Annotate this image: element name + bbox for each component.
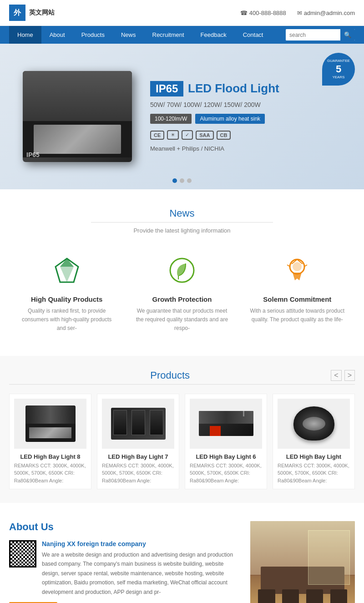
product-name-3: LED High Bay Light 6 (190, 453, 262, 460)
nav-home[interactable]: Home (9, 26, 41, 44)
hero-dots (172, 178, 192, 183)
product-card-3[interactable]: LED High Bay Light 6 REMARKS CCT: 3000K,… (185, 394, 267, 490)
product-card-2[interactable]: LED High Bay Light 7 REMARKS CCT: 3000K,… (97, 394, 179, 490)
leaf-icon (164, 252, 200, 289)
products-section: Products < > LED High Bay Light 8 REMARK… (0, 356, 364, 503)
email-contact: ✉ admin@admin.com (297, 10, 355, 16)
news-card-growth: Growth Protection We guarantee that our … (129, 248, 235, 338)
phone-icon: ☎ (240, 10, 248, 16)
phone-contact: ☎ 400-888-8888 (240, 10, 286, 16)
news-card-quality: High Quality Products Quality is ranked … (14, 248, 120, 338)
search-input[interactable] (286, 30, 340, 41)
nav-about[interactable]: About (41, 26, 73, 44)
news-card-text-3: With a serious attitude towards product … (249, 307, 346, 324)
news-section: News Provide the latest lighting informa… (0, 189, 364, 356)
about-left: About Us Nanjing XX foreign trade compan… (9, 521, 237, 603)
logo[interactable]: 外 英文网站 (9, 5, 55, 21)
guarantee-years: 5 (336, 63, 341, 75)
nav-links: Home About Products News Recruitment Fee… (9, 26, 271, 44)
hero-title: LED Flood Light (188, 81, 279, 95)
nav-products[interactable]: Products (73, 26, 113, 44)
nav-recruitment[interactable]: Recruitment (144, 26, 192, 44)
logo-box: 外 (9, 5, 25, 21)
news-title: News (14, 208, 350, 219)
hero-tag-heatsink: Aluminum alloy heat sink (195, 114, 265, 124)
email-address: admin@admin.com (304, 10, 355, 16)
products-title: Products (150, 370, 190, 381)
nav-search-box: 🔍 (286, 29, 355, 41)
news-card-title-1: High Quality Products (18, 295, 115, 303)
about-title: About Us (9, 521, 237, 533)
hero-watts: 50W/ 70W/ 100W/ 120W/ 150W/ 200W (150, 101, 350, 108)
news-card-text-2: We guarantee that our products meet the … (133, 307, 230, 333)
hero-banner: IP65 IP65 LED Flood Light 50W/ 70W/ 100W… (0, 44, 364, 189)
news-card-text-1: Quality is ranked first, to provide cons… (18, 307, 115, 333)
product-image-3 (190, 399, 262, 449)
news-card-title-2: Growth Protection (133, 295, 230, 303)
about-text: We are a website design and production a… (42, 550, 237, 597)
nav-feedback[interactable]: Feedback (192, 26, 235, 44)
svg-point-6 (293, 262, 302, 271)
product-card-1[interactable]: LED High Bay Light 8 REMARKS CCT: 3000K,… (9, 394, 91, 490)
news-card-commitment: Solemn Commitment With a serious attitud… (244, 248, 350, 338)
hero-certifications: CE ☀ ✓ SAA CB (150, 130, 350, 140)
email-icon: ✉ (297, 10, 302, 16)
hero-tags: 100-120lm/W Aluminum alloy heat sink (150, 114, 350, 124)
logo-text: 英文网站 (29, 9, 55, 17)
product-desc-2: REMARKS CCT: 3000K, 4000K, 5000K, 5700K,… (102, 462, 174, 485)
phone-number: 400-888-8888 (249, 10, 286, 16)
product-card-4[interactable]: LED High Bay Light REMARKS CCT: 3000K, 4… (273, 394, 355, 490)
hero-brand: Meanwell + Philips / NICHIA (150, 145, 350, 152)
nav-contact[interactable]: Contact (235, 26, 272, 44)
product-name-1: LED High Bay Light 8 (14, 453, 86, 460)
product-image-2 (102, 399, 174, 449)
nav-news[interactable]: News (113, 26, 144, 44)
dot-2[interactable] (180, 178, 184, 183)
product-desc-3: REMARKS CCT: 3000K, 4000K, 5000K, 5700K,… (190, 462, 262, 485)
header: 外 英文网站 ☎ 400-888-8888 ✉ admin@admin.com (0, 0, 364, 26)
about-image (250, 521, 355, 603)
product-name-4: LED High Bay Light (278, 453, 350, 460)
products-next[interactable]: > (344, 370, 355, 381)
news-cards: High Quality Products Quality is ranked … (14, 248, 350, 338)
product-desc-1: REMARKS CCT: 3000K, 4000K, 5000K, 5700K,… (14, 462, 86, 485)
products-prev[interactable]: < (331, 370, 341, 381)
products-nav: < > (331, 370, 355, 381)
about-section: About Us Nanjing XX foreign trade compan… (0, 503, 364, 603)
ip65-badge: IP65 (150, 81, 183, 96)
product-image-4 (278, 399, 350, 449)
hero-product-image: IP65 (0, 44, 146, 189)
product-name-2: LED High Bay Light 7 (102, 453, 174, 460)
news-subtitle: Provide the latest lighting information (14, 227, 350, 234)
dot-1[interactable] (172, 178, 177, 183)
svg-marker-7 (293, 273, 302, 280)
qr-code (9, 540, 36, 568)
news-card-title-3: Solemn Commitment (249, 295, 346, 303)
diamond-icon (49, 252, 85, 289)
dot-3[interactable] (187, 178, 192, 183)
products-grid: LED High Bay Light 8 REMARKS CCT: 3000K,… (9, 394, 355, 490)
main-nav: Home About Products News Recruitment Fee… (0, 26, 364, 44)
product-desc-4: REMARKS CCT: 3000K, 4000K, 5000K, 5700K,… (278, 462, 350, 485)
product-image-1 (14, 399, 86, 449)
hero-tag-lumen: 100-120lm/W (150, 114, 192, 124)
guarantee-badge: GUARANTEE 5 YEARS (322, 53, 355, 86)
search-button[interactable]: 🔍 (340, 29, 355, 41)
award-icon (279, 252, 315, 289)
company-name: Nanjing XX foreign trade company (42, 540, 237, 547)
header-contact: ☎ 400-888-8888 ✉ admin@admin.com (240, 10, 355, 16)
